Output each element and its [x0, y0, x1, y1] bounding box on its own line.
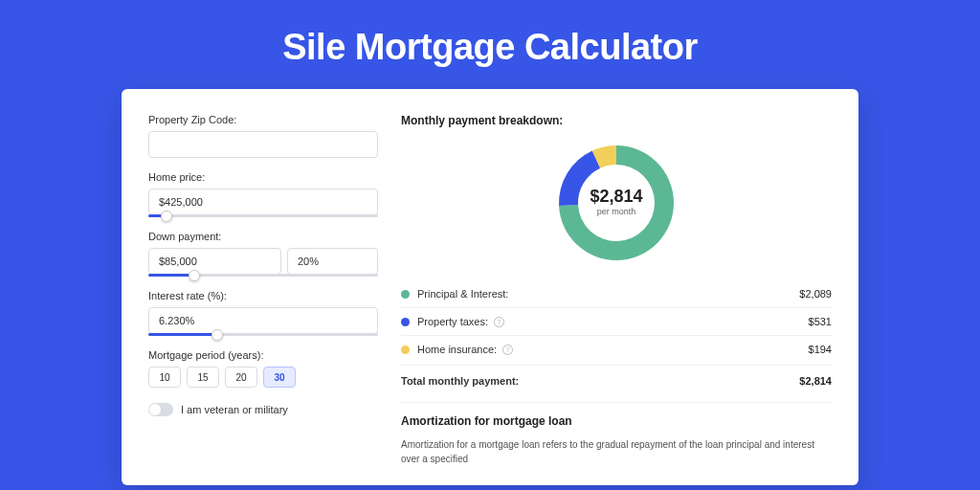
interest-slider-thumb[interactable]: [212, 329, 223, 341]
down-payment-field-group: Down payment:: [148, 231, 378, 277]
breakdown-value: $531: [809, 316, 832, 327]
zip-label: Property Zip Code:: [148, 114, 378, 125]
down-payment-slider-thumb[interactable]: [189, 270, 200, 281]
donut-svg: $2,814per month: [554, 141, 679, 265]
breakdown-value: $2,089: [799, 288, 832, 300]
veteran-toggle-knob: [149, 404, 161, 415]
breakdown-value: $194: [809, 344, 832, 355]
breakdown-label: Home insurance:: [417, 344, 497, 355]
info-icon[interactable]: ?: [494, 317, 504, 327]
veteran-toggle-row: I am veteran or military: [148, 403, 378, 416]
amortization-section: Amortization for mortgage loan Amortizat…: [401, 402, 832, 466]
interest-label: Interest rate (%):: [148, 290, 378, 301]
home-price-field-group: Home price:: [148, 171, 378, 217]
legend-dot: [401, 345, 410, 354]
period-option-15[interactable]: 15: [187, 367, 219, 388]
donut-chart: $2,814per month: [401, 141, 832, 265]
down-payment-input[interactable]: [148, 248, 281, 275]
breakdown-row: Property taxes:?$531: [401, 308, 832, 336]
home-price-slider[interactable]: [148, 214, 378, 217]
breakdown-rows: Principal & Interest:$2,089Property taxe…: [401, 280, 832, 363]
down-payment-label: Down payment:: [148, 231, 378, 242]
breakdown-panel: Monthly payment breakdown: $2,814per mon…: [401, 114, 832, 466]
page-title: Sile Mortgage Calculator: [0, 0, 980, 89]
calculator-card: Property Zip Code: Home price: Down paym…: [122, 89, 858, 485]
interest-slider[interactable]: [148, 333, 378, 336]
donut-total: $2,814: [590, 187, 642, 206]
total-value: $2,814: [799, 375, 832, 387]
legend-dot: [401, 318, 410, 326]
amortization-title: Amortization for mortgage loan: [401, 414, 832, 428]
breakdown-row: Home insurance:?$194: [401, 336, 832, 363]
down-payment-slider-fill: [148, 274, 194, 277]
interest-slider-fill: [148, 333, 217, 336]
home-price-input[interactable]: [148, 189, 378, 215]
period-options: 10152030: [148, 367, 378, 388]
breakdown-title: Monthly payment breakdown:: [401, 114, 832, 127]
veteran-label: I am veteran or military: [181, 404, 288, 415]
legend-dot: [401, 290, 410, 299]
period-option-10[interactable]: 10: [148, 367, 181, 388]
breakdown-label: Principal & Interest:: [417, 288, 508, 300]
zip-field-group: Property Zip Code:: [148, 114, 378, 158]
amortization-text: Amortization for a mortgage loan refers …: [401, 437, 832, 466]
period-option-20[interactable]: 20: [225, 367, 257, 388]
inputs-panel: Property Zip Code: Home price: Down paym…: [148, 114, 378, 466]
total-label: Total monthly payment:: [401, 375, 519, 387]
total-row: Total monthly payment: $2,814: [401, 365, 832, 398]
zip-input[interactable]: [148, 131, 378, 158]
interest-field-group: Interest rate (%):: [148, 290, 378, 336]
down-payment-slider[interactable]: [148, 274, 378, 277]
donut-sub: per month: [597, 207, 636, 216]
interest-input[interactable]: [148, 307, 378, 334]
home-price-slider-thumb[interactable]: [161, 211, 172, 222]
breakdown-row: Principal & Interest:$2,089: [401, 280, 832, 308]
veteran-toggle[interactable]: [148, 403, 173, 416]
down-payment-pct-input[interactable]: [287, 248, 378, 275]
period-option-30[interactable]: 30: [263, 367, 296, 388]
period-label: Mortgage period (years):: [148, 349, 378, 361]
home-price-label: Home price:: [148, 171, 378, 183]
period-field-group: Mortgage period (years): 10152030: [148, 349, 378, 388]
info-icon[interactable]: ?: [502, 345, 513, 355]
breakdown-label: Property taxes:: [417, 316, 488, 327]
